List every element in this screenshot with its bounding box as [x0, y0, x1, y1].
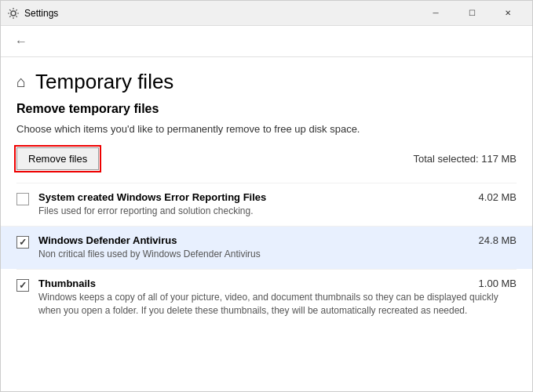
checkbox-wrap-windows-defender	[16, 236, 29, 249]
file-desc-thumbnails: Windows keeps a copy of all of your pict…	[38, 291, 517, 318]
checkbox-wrap-error-reporting	[16, 193, 29, 205]
file-desc-error-reporting: Files used for error reporting and solut…	[38, 205, 517, 218]
file-item-windows-defender: Windows Defender Antivirus 24.8 MB Non c…	[1, 226, 532, 269]
settings-window: Settings ─ ☐ ✕ ← ⌂ Temporary files Remov…	[0, 0, 533, 392]
remove-files-button[interactable]: Remove files	[16, 147, 99, 170]
checkbox-windows-defender[interactable]	[16, 236, 29, 249]
file-info-error-reporting: System created Windows Error Reporting F…	[38, 191, 517, 218]
file-item-thumbnails: Thumbnails 1.00 MB Windows keeps a copy …	[16, 269, 517, 325]
back-button[interactable]: ←	[10, 31, 32, 53]
settings-icon	[7, 7, 20, 20]
file-name-windows-defender: Windows Defender Antivirus	[38, 234, 177, 246]
total-selected-label: Total selected: 117 MB	[413, 153, 517, 165]
nav-bar: ←	[1, 26, 532, 57]
file-size-thumbnails: 1.00 MB	[479, 278, 517, 289]
main-content: Remove temporary files Choose which item…	[1, 102, 532, 391]
file-item-error-reporting: System created Windows Error Reporting F…	[16, 183, 517, 226]
section-title: Remove temporary files	[16, 102, 517, 116]
page-title-section: ⌂ Temporary files	[1, 57, 532, 102]
window-controls: ─ ☐ ✕	[418, 1, 526, 26]
file-desc-windows-defender: Non critical files used by Windows Defen…	[38, 248, 517, 261]
close-button[interactable]: ✕	[490, 1, 526, 26]
home-icon: ⌂	[16, 73, 26, 91]
file-name-thumbnails: Thumbnails	[38, 278, 96, 289]
checkbox-thumbnails[interactable]	[16, 279, 29, 292]
file-header-windows-defender: Windows Defender Antivirus 24.8 MB	[38, 234, 517, 246]
titlebar: Settings ─ ☐ ✕	[1, 1, 532, 26]
file-info-windows-defender: Windows Defender Antivirus 24.8 MB Non c…	[38, 234, 517, 261]
svg-point-0	[11, 11, 16, 16]
file-list: System created Windows Error Reporting F…	[16, 183, 517, 325]
action-row: Remove files Total selected: 117 MB	[16, 147, 517, 170]
back-icon: ←	[15, 34, 27, 49]
maximize-button[interactable]: ☐	[454, 1, 490, 26]
checkbox-wrap-thumbnails	[16, 279, 29, 292]
file-header-error-reporting: System created Windows Error Reporting F…	[38, 191, 517, 203]
file-info-thumbnails: Thumbnails 1.00 MB Windows keeps a copy …	[38, 278, 517, 318]
file-header-thumbnails: Thumbnails 1.00 MB	[38, 278, 517, 289]
checkbox-error-reporting[interactable]	[16, 193, 29, 205]
minimize-button[interactable]: ─	[418, 1, 454, 26]
window-title: Settings	[24, 8, 418, 19]
file-name-error-reporting: System created Windows Error Reporting F…	[38, 191, 266, 203]
file-size-windows-defender: 24.8 MB	[479, 234, 517, 246]
file-size-error-reporting: 4.02 MB	[479, 191, 517, 203]
description-text: Choose which items you'd like to permane…	[16, 122, 517, 136]
page-title: Temporary files	[35, 70, 173, 94]
